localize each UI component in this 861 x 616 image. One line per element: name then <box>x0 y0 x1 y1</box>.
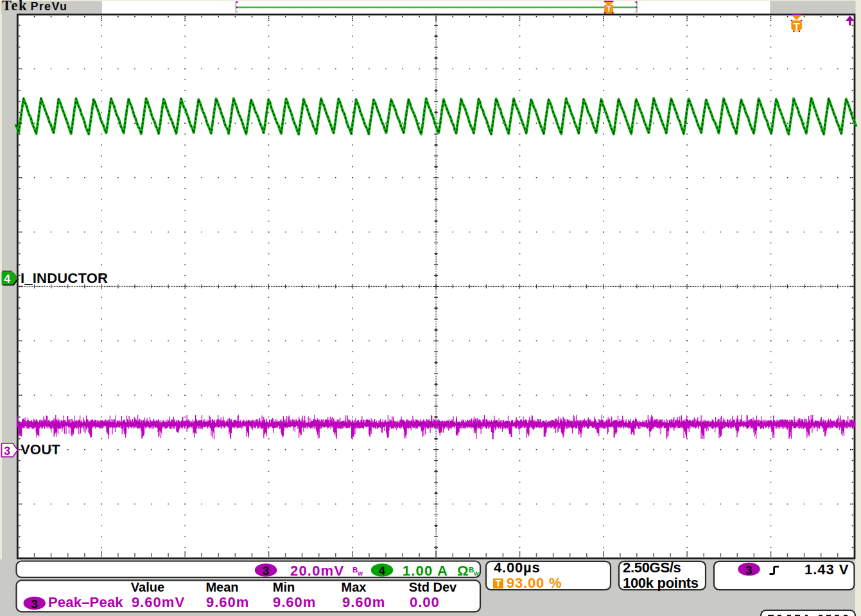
svg-text:Min: Min <box>273 580 295 594</box>
svg-text:Std Dev: Std Dev <box>409 580 457 594</box>
svg-text:3: 3 <box>263 564 269 578</box>
svg-text:W: W <box>474 570 480 577</box>
svg-text:3: 3 <box>31 597 38 611</box>
svg-text:93.00 %: 93.00 % <box>507 575 562 591</box>
svg-text:PreVu: PreVu <box>31 0 68 13</box>
svg-text:0.00: 0.00 <box>410 594 440 610</box>
svg-text:Ω: Ω <box>457 563 469 579</box>
svg-text:1.43 V: 1.43 V <box>804 561 849 578</box>
svg-text:100k points: 100k points <box>623 575 699 591</box>
svg-text:20.0mV: 20.0mV <box>290 563 344 579</box>
svg-text:9.60m: 9.60m <box>273 594 316 610</box>
svg-text:VOUT: VOUT <box>21 441 60 458</box>
svg-text:I_INDUCTOR: I_INDUCTOR <box>21 270 108 286</box>
svg-text:Tek: Tek <box>2 0 27 13</box>
svg-text:T: T <box>496 578 501 588</box>
svg-text:Peak–Peak: Peak–Peak <box>48 594 123 610</box>
svg-text:1.00 A: 1.00 A <box>403 563 448 579</box>
svg-text:4: 4 <box>4 273 10 286</box>
svg-text:Mean: Mean <box>205 580 238 594</box>
svg-text:Value: Value <box>131 580 164 594</box>
svg-text:9.60mV: 9.60mV <box>132 594 185 610</box>
svg-text:T: T <box>794 21 801 33</box>
svg-text:3: 3 <box>745 563 752 577</box>
svg-text:4: 4 <box>379 564 386 578</box>
svg-text:W: W <box>358 570 363 577</box>
svg-text:Max: Max <box>342 580 367 594</box>
svg-text:T: T <box>606 4 611 13</box>
svg-text:9.60m: 9.60m <box>342 594 385 610</box>
svg-text:4.00µs: 4.00µs <box>494 560 541 576</box>
svg-text:3: 3 <box>4 445 10 458</box>
svg-text:9.60m: 9.60m <box>206 594 249 610</box>
svg-text:2.50GS/s: 2.50GS/s <box>623 560 681 576</box>
